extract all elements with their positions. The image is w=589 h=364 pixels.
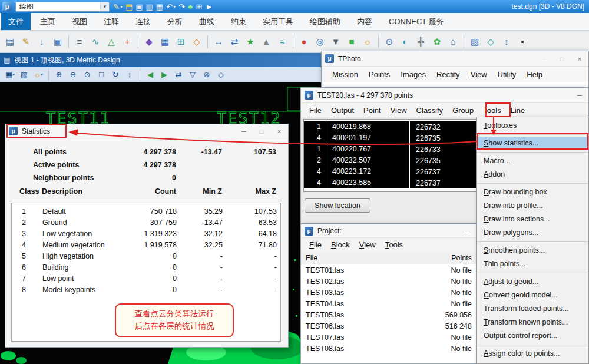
project-file-row[interactable]: TEST05.las569 856 [301, 309, 477, 320]
tools-menu-item-draw-into-profile[interactable]: Draw into profile... [477, 199, 588, 213]
save-icon[interactable]: ▣ [135, 1, 143, 12]
zoom-window-icon[interactable]: ⊙ [81, 68, 94, 81]
tool-icon[interactable]: ⊙ [382, 34, 397, 49]
class-row[interactable]: 8Model keypoints0-- [12, 284, 280, 295]
selection-arrow-icon[interactable]: ► [205, 1, 213, 12]
tool-icon[interactable]: ◇ [483, 34, 498, 49]
ribbon-tab-9[interactable]: 绘图辅助 [303, 13, 348, 30]
tool-icon[interactable]: ∿ [88, 34, 103, 49]
project-file-row[interactable]: TEST06.las516 248 [301, 320, 477, 332]
project-menu-block[interactable]: Block [331, 240, 350, 249]
project-file-row[interactable]: TEST07.lasNo file [301, 332, 477, 343]
tool-icon[interactable]: ▼ [328, 34, 343, 49]
tool-icon[interactable]: ↓ [34, 34, 49, 49]
tool-icon[interactable]: ▪ [515, 34, 530, 49]
maximize-button[interactable]: □ [253, 124, 270, 138]
tools-menu-item-smoothen-points[interactable]: Smoothen points... [477, 244, 588, 257]
tools-menu-item-draw-into-sections[interactable]: Draw into sections... [477, 213, 588, 226]
ribbon-tab-6[interactable]: 曲线 [192, 13, 221, 30]
tool-icon[interactable]: ▨ [467, 34, 482, 49]
test20-titlebar[interactable]: μ TEST20.las - 4 297 378 points ─ [301, 88, 588, 103]
tool-icon[interactable]: ↔ [211, 34, 226, 49]
minimize-button[interactable]: ─ [571, 88, 588, 102]
view-lighting-icon[interactable]: ☼▾ [32, 68, 45, 81]
zoom-out-icon[interactable]: ⊖ [67, 68, 80, 81]
test20-menu-line[interactable]: Line [511, 106, 525, 115]
tool-icon[interactable]: ◐ [398, 34, 413, 49]
tools-menu-item-transform-loaded-points[interactable]: Transform loaded points... [477, 302, 588, 316]
tphoto-menu-view[interactable]: View [471, 70, 487, 79]
tool-icon[interactable]: ⇄ [227, 34, 242, 49]
clip-mask-icon[interactable]: ⊗ [200, 68, 213, 81]
project-menu-file[interactable]: File [309, 240, 322, 249]
tools-menu-item-draw-bounding-box[interactable]: Draw bounding box [477, 186, 588, 199]
project-file-row[interactable]: TEST01.lasNo file [301, 264, 477, 276]
zoom-in-icon[interactable]: ⊕ [52, 68, 65, 81]
test20-menu-view[interactable]: View [391, 106, 407, 115]
tools-menu-item-convert-geoid-model[interactable]: Convert geoid model... [477, 289, 588, 302]
close-button[interactable]: × [571, 51, 588, 66]
tools-menu-item-show-statistics[interactable]: Show statistics... [477, 137, 588, 150]
test20-menu-output[interactable]: Output [331, 106, 354, 115]
tools-menu-item-macro[interactable]: Macro... [477, 154, 588, 168]
test20-menu-group[interactable]: Group [452, 106, 474, 115]
ribbon-tab-5[interactable]: 分析 [160, 13, 190, 30]
tool-icon[interactable]: ╬ [413, 34, 429, 49]
tphoto-menu-utility[interactable]: Utility [498, 70, 517, 79]
statistics-titlebar[interactable]: μ Statistics ─ □ × [5, 124, 288, 138]
printer-icon[interactable]: ⊞ [196, 1, 202, 12]
chevron-down-icon[interactable]: ▾ [100, 2, 109, 11]
tool-icon[interactable]: ◇ [189, 34, 204, 49]
view-display-icon[interactable]: ▦▾ [4, 68, 16, 81]
tools-menu-item-thin-points[interactable]: Thin points... [477, 257, 588, 271]
print-icon[interactable]: ▥ [146, 1, 153, 12]
explorer-tree-icon[interactable]: ♣ [188, 1, 193, 12]
tphoto-titlebar[interactable]: μ TPhoto ─ □ × [322, 51, 588, 67]
test20-menu-tools[interactable]: Tools [483, 106, 501, 115]
show-location-button[interactable]: Show location [305, 198, 370, 213]
ribbon-tab-10[interactable]: 内容 [350, 13, 379, 30]
tool-icon[interactable]: ▲ [259, 34, 274, 49]
tools-menu-item-addon[interactable]: Addon [477, 168, 588, 181]
class-row[interactable]: 2Ground307 759-13.4763.53 [12, 217, 280, 228]
project-file-row[interactable]: TEST02.lasNo file [301, 276, 477, 287]
minimize-button[interactable]: ─ [235, 124, 253, 138]
tool-icon[interactable]: ↕ [499, 34, 514, 49]
tool-icon[interactable]: ▤ [2, 34, 18, 49]
tools-menu-item-output-control-report[interactable]: Output control report... [477, 329, 588, 343]
tools-menu-item-assign-color-to-points[interactable]: Assign color to points... [477, 347, 588, 360]
tool-icon[interactable]: ● [296, 34, 312, 49]
copy-view-icon[interactable]: ⇄ [172, 68, 185, 81]
test20-menu-file[interactable]: File [309, 106, 322, 115]
project-titlebar[interactable]: μ Project: ─ [301, 224, 477, 238]
tphoto-menu-images[interactable]: Images [401, 70, 426, 79]
tool-icon[interactable]: ≈ [274, 34, 290, 49]
class-row[interactable]: 4Medium vegetation1 919 57832.2571.80 [12, 239, 280, 250]
view-previous-icon[interactable]: ◀ [144, 68, 157, 81]
project-file-row[interactable]: TEST04.lasNo file [301, 298, 477, 309]
minimize-button[interactable]: ─ [459, 224, 477, 237]
ribbon-tab-1[interactable]: 主页 [33, 13, 62, 30]
tphoto-menu-help[interactable]: Help [527, 70, 542, 79]
copy-icon[interactable]: ▦ [156, 1, 163, 12]
maximize-button[interactable]: □ [553, 51, 571, 66]
open-folder-icon[interactable]: ▤ [125, 1, 133, 12]
ribbon-tab-2[interactable]: 视图 [65, 13, 94, 30]
tool-icon[interactable]: △ [104, 34, 119, 49]
project-file-row[interactable]: TEST03.lasNo file [301, 287, 477, 298]
tools-menu-item-adjust-to-geoid[interactable]: Adjust to geoid... [477, 275, 588, 289]
test20-menu-classify[interactable]: Classify [416, 106, 444, 115]
tool-icon[interactable]: ■ [344, 34, 359, 49]
tool-icon[interactable]: ▣ [50, 34, 65, 49]
project-menu-view[interactable]: View [359, 240, 376, 249]
ribbon-tab-8[interactable]: 实用工具 [256, 13, 300, 30]
tool-icon[interactable]: ★ [243, 34, 258, 49]
tool-icon[interactable]: ◎ [312, 34, 327, 49]
tphoto-menu-mission[interactable]: Mission [332, 70, 358, 79]
tool-icon[interactable]: ⌂ [445, 34, 461, 49]
tool-icon[interactable]: ▦ [157, 34, 173, 49]
pan-view-icon[interactable]: ↕ [123, 68, 136, 81]
undo-icon[interactable]: ↶▾ [166, 1, 176, 12]
redo-icon[interactable]: ↷ [178, 1, 185, 12]
saved-views-icon[interactable]: ◇ [214, 68, 227, 81]
